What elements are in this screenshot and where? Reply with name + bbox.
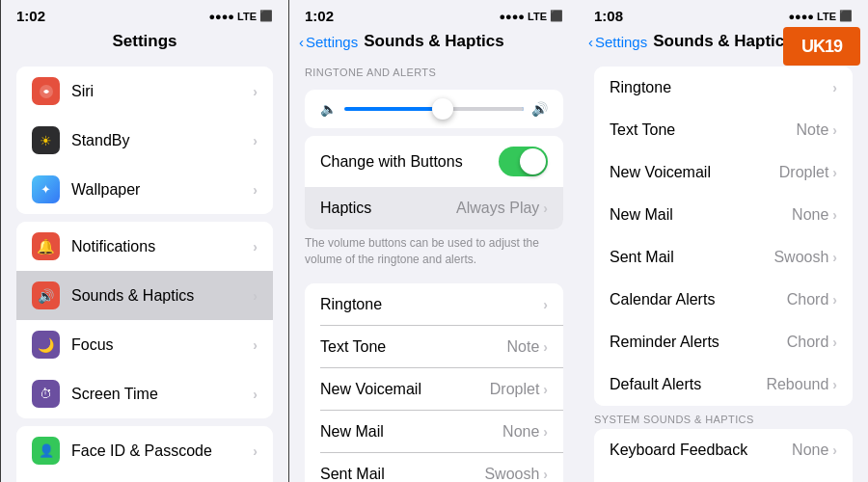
status-icons-1: ●●●● LTE ⬛ bbox=[208, 10, 273, 22]
settings-item-standby[interactable]: ☀ StandBy › bbox=[16, 116, 273, 165]
focus-label: Focus bbox=[71, 336, 253, 354]
p3-ringtone[interactable]: Ringtone › bbox=[594, 67, 853, 109]
volume-track-bg bbox=[445, 107, 524, 111]
sounds-sentmail[interactable]: Sent Mail Swoosh › bbox=[305, 453, 563, 482]
change-buttons-group: Change with Buttons Haptics Always Play … bbox=[289, 136, 579, 276]
signal-icon-2: ●●●● LTE bbox=[499, 11, 547, 22]
p3-chevron-sentmail: › bbox=[832, 250, 837, 265]
time-3: 1:08 bbox=[594, 8, 623, 24]
p3-newmail[interactable]: New Mail None › bbox=[594, 194, 853, 236]
group-1: Siri › ☀ StandBy › ✦ Wallpaper › bbox=[1, 67, 288, 214]
p3-calendaralerts-label: Calendar Alerts bbox=[610, 291, 787, 308]
chevron-screentime: › bbox=[253, 387, 258, 402]
back-chevron-3: ‹ bbox=[588, 34, 593, 50]
chevron-standby: › bbox=[253, 133, 258, 148]
ringtone-label: Ringtone bbox=[320, 296, 543, 313]
p3-newmail-label: New Mail bbox=[610, 206, 792, 224]
back-button-3[interactable]: ‹ Settings bbox=[588, 34, 647, 50]
ringtone-alerts-label: RINGTONE AND ALERTS bbox=[289, 67, 579, 82]
card-2: 🔔 Notifications › 🔊 Sounds & Haptics › 🌙 bbox=[16, 222, 273, 418]
p3-texttone[interactable]: Text Tone Note › bbox=[594, 109, 853, 151]
settings-item-siri[interactable]: Siri › bbox=[16, 67, 273, 116]
card-3: 👤 Face ID & Passcode › SOS Emergency SOS… bbox=[16, 426, 273, 482]
p3-locksound[interactable]: Lock Sound bbox=[594, 471, 853, 482]
back-chevron-2: ‹ bbox=[299, 34, 304, 50]
p3-reminderalerts[interactable]: Reminder Alerts Chord › bbox=[594, 321, 853, 363]
page-title-1: Settings bbox=[112, 32, 176, 51]
time-1: 1:02 bbox=[16, 8, 45, 24]
sounds-ringtone[interactable]: Ringtone › bbox=[305, 283, 563, 326]
page-title-3: Sounds & Haptics bbox=[653, 32, 793, 51]
panel1-settings: 1:02 ●●●● LTE ⬛ Settings Siri › ☀ bbox=[0, 0, 289, 482]
page-title-2: Sounds & Haptics bbox=[364, 32, 503, 51]
p3-ringtone-label: Ringtone bbox=[610, 79, 832, 96]
sounds-content: RINGTONE AND ALERTS 🔈 🔊 bbox=[289, 59, 579, 482]
p3-texttone-label: Text Tone bbox=[610, 121, 797, 139]
settings-item-focus[interactable]: 🌙 Focus › bbox=[16, 320, 273, 369]
settings-item-emergencysos[interactable]: SOS Emergency SOS › bbox=[16, 475, 273, 482]
back-button-2[interactable]: ‹ Settings bbox=[299, 34, 358, 50]
chevron-ringtone: › bbox=[543, 297, 548, 312]
panel2-sounds: 1:02 ●●●● LTE ⬛ ‹ Settings Sounds & Hapt… bbox=[289, 0, 579, 482]
change-buttons-toggle[interactable] bbox=[499, 147, 548, 176]
p3-chevron-newmail: › bbox=[832, 207, 837, 223]
settings-item-wallpaper[interactable]: ✦ Wallpaper › bbox=[16, 165, 273, 214]
haptics-description: The volume buttons can be used to adjust… bbox=[289, 229, 579, 276]
chevron-texttone: › bbox=[543, 339, 548, 355]
newvoicemail-value: Droplet bbox=[490, 381, 540, 398]
settings-item-sounds[interactable]: 🔊 Sounds & Haptics › bbox=[16, 271, 273, 320]
card-system-3: Keyboard Feedback None › Lock Sound Syst… bbox=[594, 429, 853, 482]
haptics-value: Always Play bbox=[456, 200, 539, 217]
p3-texttone-value: Note bbox=[797, 121, 829, 139]
focus-icon: 🌙 bbox=[32, 331, 60, 359]
p3-defaultalerts-label: Default Alerts bbox=[610, 376, 766, 393]
wallpaper-label: Wallpaper bbox=[71, 181, 253, 199]
p3-newvoicemail[interactable]: New Voicemail Droplet › bbox=[594, 151, 853, 194]
faceid-label: Face ID & Passcode bbox=[71, 442, 253, 460]
status-bar-3: 1:08 ●●●● LTE ⬛ bbox=[579, 0, 868, 28]
nav-bar-1: Settings bbox=[1, 28, 288, 59]
settings-item-screentime[interactable]: ⏱ Screen Time › bbox=[16, 369, 273, 418]
p3-chevron-newvoicemail: › bbox=[832, 165, 837, 180]
p3-chevron-defaultalerts: › bbox=[832, 377, 837, 392]
volume-slider[interactable] bbox=[344, 107, 524, 111]
chevron-sounds: › bbox=[253, 288, 258, 304]
battery-icon-1: ⬛ bbox=[259, 10, 273, 22]
volume-row: 🔈 🔊 bbox=[320, 101, 548, 117]
standby-label: StandBy bbox=[71, 132, 253, 149]
p3-sentmail[interactable]: Sent Mail Swoosh › bbox=[594, 236, 853, 279]
logo-overlay: UK19 bbox=[783, 27, 860, 66]
p3-defaultalerts-value: Rebound bbox=[766, 376, 828, 393]
sounds-newmail[interactable]: New Mail None › bbox=[305, 411, 563, 453]
sounds-newvoicemail[interactable]: New Voicemail Droplet › bbox=[305, 368, 563, 411]
p3-calendaralerts-value: Chord bbox=[787, 291, 829, 308]
texttone-value: Note bbox=[507, 338, 540, 356]
haptics-item[interactable]: Haptics Always Play › bbox=[305, 187, 563, 229]
standby-icon: ☀ bbox=[32, 126, 60, 154]
panel3-wrapper: 1:08 ●●●● LTE ⬛ ‹ Settings Sounds & Hapt… bbox=[579, 0, 868, 482]
card-1: Siri › ☀ StandBy › ✦ Wallpaper › bbox=[16, 67, 273, 214]
screentime-icon: ⏱ bbox=[32, 380, 60, 408]
settings-content: Siri › ☀ StandBy › ✦ Wallpaper › bbox=[1, 59, 288, 482]
p3-newvoicemail-label: New Voicemail bbox=[610, 164, 779, 181]
settings-item-notifications[interactable]: 🔔 Notifications › bbox=[16, 222, 273, 271]
p3-chevron-kbfeedback: › bbox=[832, 442, 837, 458]
p3-keyboardfeedback[interactable]: Keyboard Feedback None › bbox=[594, 429, 853, 471]
settings-item-faceid[interactable]: 👤 Face ID & Passcode › bbox=[16, 426, 273, 475]
status-icons-2: ●●●● LTE ⬛ bbox=[499, 10, 563, 22]
time-2: 1:02 bbox=[305, 8, 334, 24]
p3-reminderalerts-value: Chord bbox=[787, 334, 829, 351]
change-buttons-item[interactable]: Change with Buttons bbox=[305, 136, 563, 187]
group-2: 🔔 Notifications › 🔊 Sounds & Haptics › 🌙 bbox=[1, 222, 288, 418]
sounds-texttone[interactable]: Text Tone Note › bbox=[305, 326, 563, 368]
chevron-newmail: › bbox=[543, 424, 548, 440]
nav-bar-2: ‹ Settings Sounds & Haptics bbox=[289, 28, 579, 59]
p3-sentmail-value: Swoosh bbox=[773, 249, 828, 266]
logo-text: UK19 bbox=[801, 37, 842, 57]
chevron-wallpaper: › bbox=[253, 182, 258, 198]
p3-chevron-reminderalerts: › bbox=[832, 335, 837, 350]
p3-defaultalerts[interactable]: Default Alerts Rebound › bbox=[594, 363, 853, 406]
sounds-icon: 🔊 bbox=[32, 281, 60, 309]
chevron-haptics: › bbox=[543, 201, 548, 216]
p3-calendaralerts[interactable]: Calendar Alerts Chord › bbox=[594, 279, 853, 321]
